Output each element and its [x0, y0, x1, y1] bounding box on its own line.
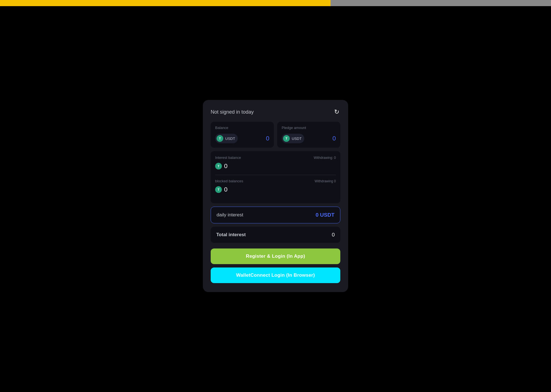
- balance-card: Balance T USDT 0: [211, 122, 274, 148]
- pledge-label: Pledge amount: [282, 126, 336, 130]
- interest-balance-label: Interest balance: [215, 156, 241, 160]
- daily-interest-box: daily interest 0 USDT: [211, 207, 340, 223]
- total-interest-label: Total interest: [216, 232, 246, 238]
- total-interest-value: 0: [332, 232, 335, 238]
- balance-token-badge: T USDT: [215, 134, 238, 143]
- interest-amount-row: T 0: [215, 162, 336, 170]
- pledge-token-badge: T USDT: [282, 134, 304, 143]
- balance-label: Balance: [215, 126, 269, 130]
- main-card: Not signed in today ↻ Balance T USDT 0 P…: [203, 100, 348, 292]
- balance-token-name: USDT: [225, 137, 235, 141]
- blocked-balance-value: 0: [224, 186, 227, 193]
- daily-interest-value: 0 USDT: [315, 212, 334, 218]
- balance-tether-icon: T: [217, 135, 223, 142]
- mid-divider: [215, 175, 336, 175]
- card-header: Not signed in today ↻: [211, 108, 340, 116]
- blocked-withdrawing-label: Withdrawing 0: [315, 179, 336, 183]
- mid-section: Interest balance Withdrawing: 0 T 0 bloc…: [211, 151, 340, 203]
- total-interest-box: Total interest 0: [211, 227, 340, 243]
- top-row: Balance T USDT 0 Pledge amount T USDT 0: [211, 122, 340, 148]
- pledge-tether-icon: T: [283, 135, 290, 142]
- refresh-button[interactable]: ↻: [333, 108, 340, 116]
- daily-interest-label: daily interest: [217, 212, 243, 218]
- pledge-token-name: USDT: [292, 137, 301, 141]
- blocked-balance-label: blocked balances: [215, 179, 243, 183]
- card-title: Not signed in today: [211, 109, 254, 115]
- blocked-balance-row: blocked balances Withdrawing 0: [215, 179, 336, 183]
- pledge-card: Pledge amount T USDT 0: [277, 122, 340, 148]
- register-login-button[interactable]: Register & Login (In App): [211, 248, 340, 264]
- interest-balance-value: 0: [224, 162, 227, 170]
- pledge-token-row: T USDT 0: [282, 134, 336, 143]
- background-banner: [0, 0, 551, 6]
- blocked-tether-icon: T: [215, 186, 222, 193]
- balance-value: 0: [266, 135, 269, 142]
- walletconnect-login-button[interactable]: WalletConnect Login (In Browser): [211, 267, 340, 283]
- interest-balance-row: Interest balance Withdrawing: 0: [215, 156, 336, 160]
- balance-token-row: T USDT 0: [215, 134, 269, 143]
- pledge-value: 0: [332, 135, 336, 142]
- interest-tether-icon: T: [215, 163, 222, 169]
- interest-withdrawing-label: Withdrawing: 0: [314, 156, 336, 160]
- blocked-amount-row: T 0: [215, 186, 336, 193]
